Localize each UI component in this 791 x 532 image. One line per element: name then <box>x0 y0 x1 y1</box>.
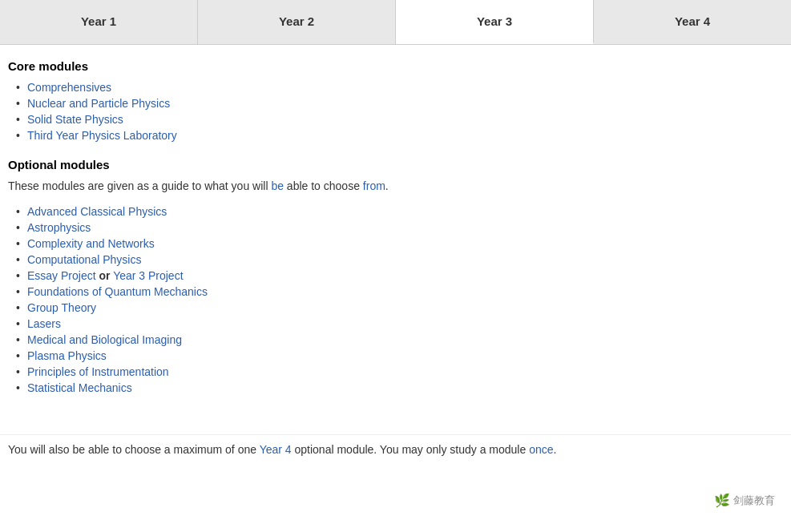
core-modules-title: Core modules <box>8 59 783 73</box>
core-modules-list: Comprehensives Nuclear and Particle Phys… <box>8 81 783 142</box>
once-link[interactable]: once <box>529 443 553 456</box>
watermark-icon: 🌿 <box>714 493 730 508</box>
nuclear-particle-link[interactable]: Nuclear and Particle Physics <box>27 97 170 110</box>
footer-text: You will also be able to choose a maximu… <box>0 434 791 456</box>
medical-imaging-link[interactable]: Medical and Biological Imaging <box>27 333 182 346</box>
watermark-text: 剑藤教育 <box>733 494 775 508</box>
advanced-classical-link[interactable]: Advanced Classical Physics <box>27 205 167 218</box>
foundations-quantum-link[interactable]: Foundations of Quantum Mechanics <box>27 285 208 298</box>
list-item: Computational Physics <box>16 253 783 266</box>
main-content: Core modules Comprehensives Nuclear and … <box>0 59 791 426</box>
year4-link[interactable]: Year 4 <box>260 443 292 456</box>
year3-project-link[interactable]: Year 3 Project <box>113 269 183 282</box>
essay-project-link[interactable]: Essay Project <box>27 269 96 282</box>
list-item: Principles of Instrumentation <box>16 365 783 378</box>
watermark: 🌿 剑藤教育 <box>714 493 775 508</box>
list-item: Foundations of Quantum Mechanics <box>16 285 783 298</box>
list-item: Lasers <box>16 317 783 330</box>
or-label: or <box>99 269 110 282</box>
list-item: Group Theory <box>16 301 783 314</box>
list-item: Medical and Biological Imaging <box>16 333 783 346</box>
list-item: Advanced Classical Physics <box>16 205 783 218</box>
computational-link[interactable]: Computational Physics <box>27 253 141 266</box>
group-theory-link[interactable]: Group Theory <box>27 301 96 314</box>
complexity-link[interactable]: Complexity and Networks <box>27 237 155 250</box>
tab-year3[interactable]: Year 3 <box>396 0 594 44</box>
list-item: Third Year Physics Laboratory <box>16 129 783 142</box>
tab-year4[interactable]: Year 4 <box>594 0 791 44</box>
optional-modules-title: Optional modules <box>8 158 783 171</box>
lasers-link[interactable]: Lasers <box>27 317 61 330</box>
solid-state-link[interactable]: Solid State Physics <box>27 113 123 126</box>
tab-year2[interactable]: Year 2 <box>198 0 396 44</box>
principles-instrumentation-link[interactable]: Principles of Instrumentation <box>27 365 169 378</box>
list-item: Nuclear and Particle Physics <box>16 97 783 110</box>
from-link[interactable]: from <box>363 179 385 192</box>
optional-modules-list: Advanced Classical Physics Astrophysics … <box>8 205 783 394</box>
year-tabs: Year 1 Year 2 Year 3 Year 4 <box>0 0 791 45</box>
list-item: Plasma Physics <box>16 349 783 362</box>
plasma-physics-link[interactable]: Plasma Physics <box>27 349 107 362</box>
third-year-lab-link[interactable]: Third Year Physics Laboratory <box>27 129 177 142</box>
statistical-mechanics-link[interactable]: Statistical Mechanics <box>27 381 132 394</box>
comprehensives-link[interactable]: Comprehensives <box>27 81 111 94</box>
list-item: Comprehensives <box>16 81 783 94</box>
astrophysics-link[interactable]: Astrophysics <box>27 221 91 234</box>
list-item: Astrophysics <box>16 221 783 234</box>
list-item: Statistical Mechanics <box>16 381 783 394</box>
list-item: Solid State Physics <box>16 113 783 126</box>
optional-description: These modules are given as a guide to wh… <box>8 179 783 192</box>
be-link[interactable]: be <box>271 179 284 192</box>
list-item: Essay Project or Year 3 Project <box>16 269 783 282</box>
tab-year1[interactable]: Year 1 <box>0 0 198 44</box>
list-item: Complexity and Networks <box>16 237 783 250</box>
